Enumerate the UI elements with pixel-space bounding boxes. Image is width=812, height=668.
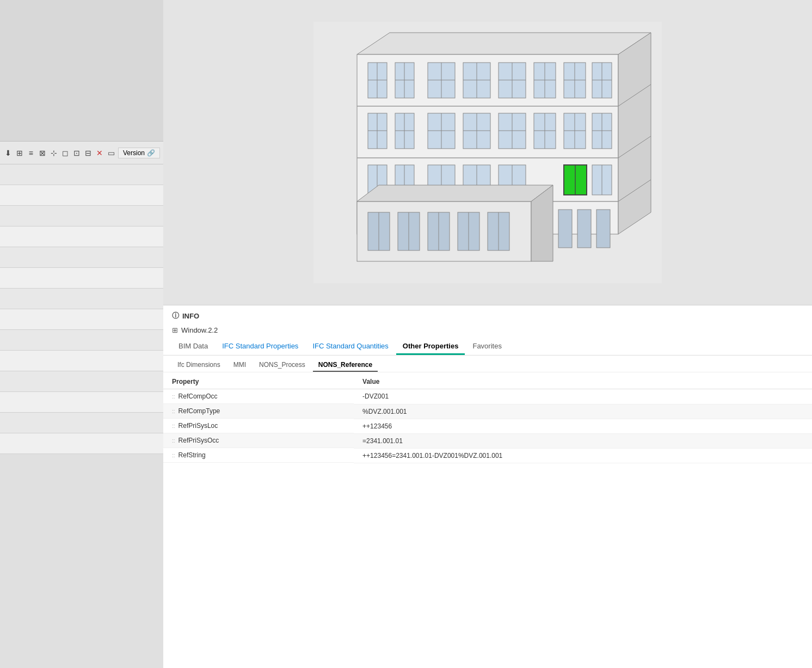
version-button[interactable]: Version 🔗: [118, 148, 160, 158]
property-name: RefPriSysLoc: [179, 422, 218, 430]
toolbar-btn-list[interactable]: ≡: [26, 147, 35, 159]
value-cell: ++123456: [354, 419, 812, 433]
sidebar-row-12: [0, 392, 163, 413]
element-id: Window.2.2: [181, 326, 218, 334]
sidebar-row-6: [0, 268, 163, 289]
element-id-row: ⊞ Window.2.2: [163, 324, 812, 339]
value-cell: =2341.001.01: [354, 433, 812, 448]
tab-ifc-standard-properties[interactable]: IFC Standard Properties: [216, 339, 305, 355]
svg-rect-87: [596, 210, 610, 248]
sidebar-row-10: [0, 351, 163, 371]
value-cell: %DVZ.001.001: [354, 404, 812, 419]
toolbar-btn-window[interactable]: ▭: [107, 147, 116, 159]
link-icon: 🔗: [147, 149, 155, 157]
property-name: RefCompType: [179, 407, 220, 415]
sidebar-top-area: [0, 0, 163, 142]
info-header: ⓘ INFO: [163, 305, 812, 324]
properties-table: Property Value :: RefCompOcc -DVZ001 :: …: [163, 375, 812, 463]
toolbar-btn-delete[interactable]: ✕: [95, 147, 104, 159]
property-name: RefCompOcc: [179, 393, 218, 400]
sidebar-row-4: [0, 226, 163, 247]
svg-marker-1: [357, 33, 651, 54]
table-row: :: RefCompType %DVZ.001.001: [163, 404, 812, 419]
info-icon: ⓘ: [172, 311, 179, 321]
property-name: RefString: [179, 451, 206, 459]
toolbar-btn-grid[interactable]: ⊞: [15, 147, 24, 159]
value-cell: -DVZ001: [354, 389, 812, 405]
subtab-ifc-dimensions[interactable]: Ifc Dimensions: [172, 359, 226, 372]
property-cell: :: RefCompType: [163, 404, 354, 419]
tab-other-properties[interactable]: Other Properties: [396, 339, 465, 355]
info-label: INFO: [182, 312, 199, 320]
tab-ifc-standard-quantities[interactable]: IFC Standard Quantities: [306, 339, 395, 355]
row-drag-icon: ::: [172, 394, 175, 400]
toolbar-btn-copy[interactable]: ⊡: [72, 147, 82, 159]
viewport-3d: [163, 0, 812, 305]
sidebar-row-3: [0, 206, 163, 226]
sidebar-row-8: [0, 309, 163, 330]
svg-rect-85: [558, 210, 572, 248]
property-name: RefPriSysOcc: [179, 437, 219, 444]
subtab-nons-process[interactable]: NONS_Process: [254, 359, 311, 372]
table-row: :: RefString ++123456=2341.001.01-DVZ001…: [163, 448, 812, 463]
property-cell: :: RefPriSysLoc: [163, 419, 354, 433]
row-drag-icon: ::: [172, 438, 175, 444]
table-row: :: RefCompOcc -DVZ001: [163, 389, 812, 405]
toolbar-btn-copy2[interactable]: ⊟: [84, 147, 93, 159]
sidebar-row-13: [0, 413, 163, 433]
table-icon: ⊞: [172, 326, 178, 334]
sidebar-toolbar: ⬇ ⊞ ≡ ⊠ ⊹ ◻ ⊡ ⊟ ✕ ▭ Version 🔗: [0, 142, 163, 164]
subtab-nons-reference[interactable]: NONS_Reference: [313, 359, 378, 372]
col-header-property: Property: [163, 375, 354, 389]
value-cell: ++123456=2341.001.01-DVZ001%DVZ.001.001: [354, 448, 812, 463]
svg-rect-86: [577, 210, 591, 248]
info-panel: ⓘ INFO ⊞ Window.2.2 BIM Data IFC Standar…: [163, 305, 812, 668]
subtab-mmi[interactable]: MMI: [228, 359, 251, 372]
version-label: Version: [123, 149, 145, 157]
toolbar-btn-download[interactable]: ⬇: [3, 147, 13, 159]
svg-marker-3: [618, 33, 651, 234]
sidebar-row-1: [0, 164, 163, 185]
table-row: :: RefPriSysLoc ++123456: [163, 419, 812, 433]
sidebar-row-9: [0, 330, 163, 351]
property-cell: :: RefString: [163, 448, 354, 463]
table-row: :: RefPriSysOcc =2341.001.01: [163, 433, 812, 448]
subtabs: Ifc Dimensions MMI NONS_Process NONS_Ref…: [163, 356, 812, 372]
property-cell: :: RefPriSysOcc: [163, 433, 354, 448]
sidebar-row-14: [0, 433, 163, 454]
sidebar-row-7: [0, 289, 163, 309]
main-content: ⓘ INFO ⊞ Window.2.2 BIM Data IFC Standar…: [163, 0, 812, 668]
toolbar-btn-filter[interactable]: ⊠: [38, 147, 47, 159]
sidebar-row-11: [0, 371, 163, 392]
row-drag-icon: ::: [172, 408, 175, 414]
main-tabs: BIM Data IFC Standard Properties IFC Sta…: [163, 339, 812, 356]
building-3d-model: [313, 22, 662, 283]
toolbar-btn-add[interactable]: ⊹: [49, 147, 58, 159]
sidebar-row-5: [0, 247, 163, 268]
row-drag-icon: ::: [172, 423, 175, 429]
tab-bim-data[interactable]: BIM Data: [172, 339, 214, 355]
row-drag-icon: ::: [172, 452, 175, 458]
col-header-value: Value: [354, 375, 812, 389]
sidebar-rows: [0, 164, 163, 668]
sidebar: ⬇ ⊞ ≡ ⊠ ⊹ ◻ ⊡ ⊟ ✕ ▭ Version 🔗: [0, 0, 163, 668]
sidebar-row-2: [0, 185, 163, 206]
tab-favorites[interactable]: Favorites: [466, 339, 508, 355]
toolbar-btn-cube[interactable]: ◻: [60, 147, 70, 159]
property-cell: :: RefCompOcc: [163, 389, 354, 404]
svg-marker-73: [357, 185, 553, 201]
